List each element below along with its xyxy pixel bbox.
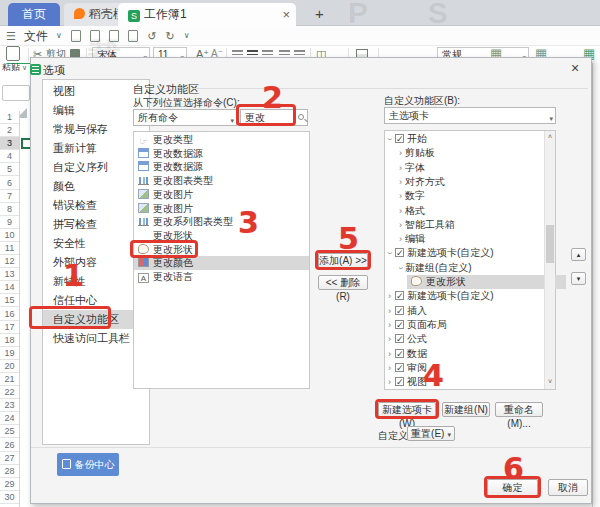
chevron-right-icon[interactable]: ›: [385, 375, 394, 389]
command-item[interactable]: A更改语言: [134, 270, 309, 284]
scroll-down-icon[interactable]: ˅: [545, 378, 555, 385]
tree-item-页面布局[interactable]: ›页面布局: [385, 318, 544, 332]
close-tab-icon[interactable]: ×: [282, 3, 290, 26]
row-header-10[interactable]: 10: [0, 229, 19, 242]
tree-item-剪贴板[interactable]: ›剪贴板: [396, 146, 555, 160]
move-up-button[interactable]: ▴: [571, 248, 586, 261]
toolbar-more-chevron-icon[interactable]: ∨: [184, 26, 190, 46]
row-header-16[interactable]: 16: [0, 308, 19, 321]
tree-item-编辑[interactable]: ›编辑: [396, 232, 555, 246]
checkbox-checked[interactable]: [395, 291, 404, 300]
chevron-right-icon[interactable]: ›: [385, 361, 394, 375]
row-header-28[interactable]: 28: [0, 465, 19, 478]
checkbox-checked[interactable]: [395, 306, 404, 315]
command-item[interactable]: 更改图片: [134, 188, 309, 202]
preview-icon[interactable]: [128, 30, 138, 42]
cancel-button[interactable]: 取消: [548, 479, 588, 496]
rename-button[interactable]: 重命名(M)...: [495, 402, 543, 417]
tree-item-数字[interactable]: ›数字: [396, 189, 555, 203]
chevron-right-icon[interactable]: ›: [385, 318, 394, 332]
row-header-20[interactable]: 20: [0, 360, 19, 373]
chevron-right-icon[interactable]: ›: [396, 175, 405, 189]
checkbox-checked[interactable]: [395, 334, 404, 343]
chevron-right-icon[interactable]: ›: [385, 289, 394, 303]
chevron-right-icon[interactable]: ›: [385, 347, 394, 361]
new-tab-button[interactable]: +: [305, 3, 325, 26]
tree-item-数据[interactable]: ›数据: [385, 347, 544, 361]
redo-icon[interactable]: ↻: [165, 26, 174, 46]
command-item[interactable]: 更改图表类型: [134, 174, 309, 188]
tree-item-对齐方式[interactable]: ›对齐方式: [396, 175, 555, 189]
command-item[interactable]: 更改颜色: [134, 256, 309, 270]
dialog-close-icon[interactable]: ×: [566, 59, 584, 77]
hamburger-menu-icon[interactable]: ☰: [6, 26, 16, 46]
row-header-22[interactable]: 22: [0, 386, 19, 399]
paste-icon[interactable]: [6, 46, 20, 61]
tab-home[interactable]: 首页: [8, 3, 60, 26]
tree-item-智能工具箱[interactable]: ›智能工具箱: [396, 218, 555, 232]
row-header-14[interactable]: 14: [0, 281, 19, 294]
row-header-8[interactable]: 8: [0, 203, 19, 216]
tree-item-新建选项卡(自定义)[interactable]: ›新建选项卡(自定义): [385, 289, 544, 303]
row-header-25[interactable]: 25: [0, 425, 19, 438]
print-icon[interactable]: [109, 30, 119, 42]
chevron-down-icon[interactable]: ›: [396, 263, 408, 272]
command-item[interactable]: 更改系列图表类型: [134, 215, 309, 229]
tree-item-字体[interactable]: ›字体: [396, 161, 555, 175]
chevron-right-icon[interactable]: ›: [396, 218, 405, 232]
tree-item-新建组(自定义)[interactable]: ›新建组(自定义): [396, 261, 555, 275]
command-source-select[interactable]: 所有命令▾: [133, 109, 237, 126]
tree-item-视图[interactable]: ›视图: [385, 375, 544, 389]
tree-item-审阅[interactable]: ›审阅: [385, 361, 544, 375]
row-header-15[interactable]: 15: [0, 294, 19, 307]
ribbon-target-select[interactable]: 主选项卡▾: [384, 107, 556, 124]
row-header-24[interactable]: 24: [0, 412, 19, 425]
chevron-right-icon[interactable]: ›: [396, 146, 405, 160]
output-icon[interactable]: [90, 30, 100, 42]
row-header-9[interactable]: 9: [0, 216, 19, 229]
scrollbar-thumb[interactable]: [546, 225, 554, 263]
row-header-26[interactable]: 26: [0, 439, 19, 452]
checkbox-checked[interactable]: [395, 377, 404, 386]
tree-item-新建选项卡(自定义)[interactable]: ›新建选项卡(自定义): [385, 246, 544, 260]
row-header-6[interactable]: 6: [0, 177, 19, 190]
row-header-11[interactable]: 11: [0, 242, 19, 255]
chevron-right-icon[interactable]: ›: [396, 189, 405, 203]
chevron-right-icon[interactable]: ›: [396, 232, 405, 246]
row-header-19[interactable]: 19: [0, 347, 19, 360]
checkbox-checked[interactable]: [395, 134, 404, 143]
row-header-1[interactable]: 1: [0, 111, 19, 124]
name-box[interactable]: [2, 85, 30, 101]
command-item[interactable]: 更改图片: [134, 202, 309, 216]
row-header-2[interactable]: 2: [0, 124, 19, 137]
chevron-right-icon[interactable]: ›: [385, 304, 394, 318]
undo-icon[interactable]: ↺: [147, 26, 156, 46]
row-header-12[interactable]: 12: [0, 255, 19, 268]
backup-center-button[interactable]: 备份中心: [57, 453, 119, 476]
checkbox-checked[interactable]: [395, 248, 404, 257]
command-item[interactable]: 更改数据源: [134, 160, 309, 174]
tab-workbook1[interactable]: S工作簿1×: [118, 3, 296, 26]
command-item[interactable]: 更改数据源: [134, 147, 309, 161]
save-icon[interactable]: [71, 30, 81, 42]
move-down-button[interactable]: ▾: [571, 272, 586, 285]
checkbox-checked[interactable]: [395, 320, 404, 329]
tree-item-开始[interactable]: ›开始: [385, 132, 544, 146]
tree-item-更改形状[interactable]: 更改形状: [407, 275, 566, 289]
reset-button[interactable]: 重置(E)▾: [407, 426, 455, 441]
tree-item-格式[interactable]: ›格式: [396, 204, 555, 218]
row-header-5[interactable]: 5: [0, 163, 19, 176]
row-header-27[interactable]: 27: [0, 452, 19, 465]
tree-item-插入[interactable]: ›插入: [385, 304, 544, 318]
row-header-23[interactable]: 23: [0, 399, 19, 412]
tree-item-公式[interactable]: ›公式: [385, 332, 544, 346]
checkbox-checked[interactable]: [395, 349, 404, 358]
row-header-3[interactable]: 3: [0, 137, 19, 150]
row-header-17[interactable]: 17: [0, 321, 19, 334]
row-header-30[interactable]: 30: [0, 491, 19, 504]
checkbox-checked[interactable]: [395, 363, 404, 372]
row-header-13[interactable]: 13: [0, 268, 19, 281]
paste-label[interactable]: 粘贴 ∨: [2, 61, 27, 74]
new-group-button[interactable]: 新建组(N): [442, 402, 490, 417]
row-header-7[interactable]: 7: [0, 190, 19, 203]
